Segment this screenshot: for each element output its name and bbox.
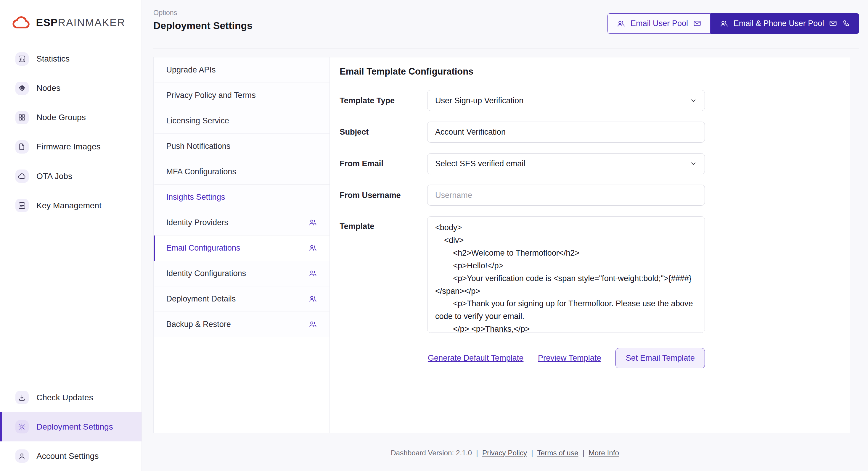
sidebar-item-statistics[interactable]: Statistics [0, 44, 142, 74]
users-icon [720, 19, 728, 28]
sidebar-item-label: Firmware Images [36, 142, 101, 152]
subject-input[interactable] [427, 122, 705, 143]
settings-menu-item-backup-restore[interactable]: Backup & Restore [154, 312, 330, 337]
brand-text: ESPRAINMAKER [36, 16, 126, 29]
sidebar-item-check-updates[interactable]: Check Updates [0, 383, 142, 412]
email-phone-user-pool-button[interactable]: Email & Phone User Pool [711, 13, 859, 34]
chevron-down-icon [690, 97, 697, 104]
template-textarea[interactable]: <body> <div> <h2>Welcome to Thermofloor<… [427, 216, 705, 333]
settings-menu-item-licensing-service[interactable]: Licensing Service [154, 108, 330, 134]
mail-icon [829, 19, 837, 28]
chevron-down-icon [690, 160, 697, 167]
download-icon [16, 391, 29, 404]
privacy-policy-link[interactable]: Privacy Policy [482, 449, 527, 457]
sidebar-item-label: Node Groups [36, 113, 86, 122]
sidebar-item-label: Check Updates [36, 393, 93, 402]
page-header: Options Deployment Settings Email User P… [153, 0, 859, 49]
settings-menu: Upgrade APIs Privacy Policy and Terms Li… [154, 57, 330, 433]
terms-of-use-link[interactable]: Terms of use [537, 449, 578, 457]
dashboard-version: Dashboard Version: 2.1.0 [391, 449, 472, 457]
email-user-pool-button[interactable]: Email User Pool [608, 13, 711, 34]
menu-item-label: Identity Configurations [166, 269, 246, 278]
email-user-pool-label: Email User Pool [630, 19, 688, 28]
person-icon [16, 449, 29, 463]
sidebar-item-ota-jobs[interactable]: OTA Jobs [0, 162, 142, 191]
menu-item-label: MFA Configurations [166, 167, 236, 176]
users-icon [617, 19, 625, 28]
footer: Dashboard Version: 2.1.0 | Privacy Polic… [142, 449, 868, 457]
main-area: Options Deployment Settings Email User P… [142, 0, 868, 471]
users-icon [308, 218, 317, 227]
template-label: Template [340, 222, 427, 231]
form-fields: Template Type User Sign-up Verification … [340, 90, 850, 333]
users-icon [308, 269, 317, 278]
cpu-icon [16, 82, 29, 95]
template-type-select[interactable]: User Sign-up Verification [427, 90, 705, 111]
settings-menu-item-identity-configurations[interactable]: Identity Configurations [154, 261, 330, 287]
form-actions: Generate Default Template Preview Templa… [340, 348, 705, 368]
set-email-template-button[interactable]: Set Email Template [616, 348, 705, 368]
more-info-link[interactable]: More Info [589, 449, 619, 457]
logo: ESPRAINMAKER [0, 0, 142, 44]
settings-menu-item-mfa-configurations[interactable]: MFA Configurations [154, 159, 330, 184]
grid-icon [16, 111, 29, 124]
sidebar: ESPRAINMAKER Statistics Nodes Node Group… [0, 0, 142, 471]
menu-item-label: Upgrade APIs [166, 65, 216, 74]
key-icon [16, 199, 29, 212]
sidebar-item-label: OTA Jobs [36, 172, 72, 181]
phone-icon [842, 20, 850, 27]
menu-item-label: Privacy Policy and Terms [166, 91, 255, 100]
cloud-icon [16, 170, 29, 183]
menu-item-label: Email Configurations [166, 243, 240, 253]
bar-chart-icon [16, 53, 29, 66]
email-phone-user-pool-label: Email & Phone User Pool [734, 19, 824, 28]
template-type-label: Template Type [340, 96, 427, 105]
sidebar-item-node-groups[interactable]: Node Groups [0, 103, 142, 132]
menu-item-label: Backup & Restore [166, 319, 231, 329]
sidebar-item-label: Account Settings [36, 451, 99, 461]
page-header-titles: Options Deployment Settings [153, 9, 252, 31]
preview-template-link[interactable]: Preview Template [538, 353, 601, 363]
settings-menu-item-privacy-policy-and-terms[interactable]: Privacy Policy and Terms [154, 83, 330, 108]
menu-item-label: Identity Providers [166, 218, 228, 227]
sidebar-item-firmware-images[interactable]: Firmware Images [0, 132, 142, 162]
from-email-label: From Email [340, 159, 427, 168]
file-icon [16, 140, 29, 154]
sidebar-item-label: Key Management [36, 201, 101, 210]
sidebar-nav: Statistics Nodes Node Groups Firmware Im… [0, 44, 142, 221]
footer-separator: | [583, 449, 584, 457]
from-username-input[interactable] [427, 184, 705, 206]
sidebar-item-label: Deployment Settings [36, 422, 113, 432]
settings-menu-item-insights-settings[interactable]: Insights Settings [154, 184, 330, 210]
users-icon [308, 320, 317, 329]
from-username-label: From Username [340, 191, 427, 200]
settings-menu-item-email-configurations[interactable]: Email Configurations [154, 236, 330, 261]
subject-label: Subject [340, 127, 427, 137]
page-title: Deployment Settings [153, 20, 252, 31]
sidebar-bottom-nav: Check Updates Deployment Settings Accoun… [0, 383, 142, 471]
form-title: Email Template Configurations [340, 66, 850, 77]
settings-menu-item-deployment-details[interactable]: Deployment Details [154, 287, 330, 312]
menu-item-label: Licensing Service [166, 116, 229, 126]
sidebar-item-nodes[interactable]: Nodes [0, 74, 142, 103]
settings-menu-item-upgrade-apis[interactable]: Upgrade APIs [154, 57, 330, 83]
esp-cloud-logo-icon [12, 15, 31, 30]
sidebar-item-label: Nodes [36, 83, 60, 93]
sidebar-item-deployment-settings[interactable]: Deployment Settings [0, 412, 142, 441]
brand-light: RAINMAKER [58, 16, 125, 28]
users-icon [308, 243, 317, 253]
from-email-select[interactable]: Select SES verified email [427, 153, 705, 174]
email-template-form: Email Template Configurations Template T… [330, 57, 850, 433]
settings-menu-item-identity-providers[interactable]: Identity Providers [154, 210, 330, 236]
brand-bold: ESP [36, 16, 58, 28]
footer-separator: | [531, 449, 533, 457]
footer-separator: | [476, 449, 478, 457]
generate-default-template-link[interactable]: Generate Default Template [428, 353, 524, 363]
sidebar-item-account-settings[interactable]: Account Settings [0, 441, 142, 471]
menu-item-label: Insights Settings [166, 192, 225, 202]
gear-icon [16, 420, 29, 433]
settings-card: Upgrade APIs Privacy Policy and Terms Li… [153, 57, 850, 433]
sidebar-item-key-management[interactable]: Key Management [0, 191, 142, 220]
settings-menu-item-push-notifications[interactable]: Push Notifications [154, 134, 330, 159]
users-icon [308, 294, 317, 303]
